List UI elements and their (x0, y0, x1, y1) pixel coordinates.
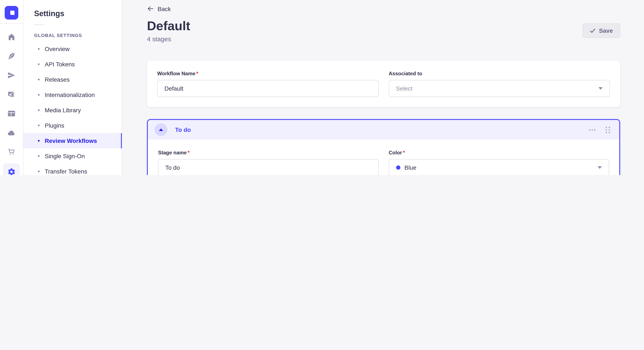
stage-color-select[interactable]: Blue (389, 159, 609, 175)
required-asterisk: * (196, 71, 198, 77)
home-icon[interactable] (7, 33, 16, 41)
marketplace-cart-icon[interactable] (7, 148, 16, 156)
stage-title: To do (175, 126, 191, 133)
sidenav-item-overview[interactable]: Overview (24, 41, 122, 57)
back-arrow-icon (147, 5, 154, 12)
associated-to-field: Associated to Select (389, 71, 610, 97)
stage-color-field: Color* Blue (389, 150, 609, 175)
chevron-up-icon (159, 128, 163, 131)
rail-divider (0, 23, 23, 24)
page-title: Default (147, 18, 190, 34)
media-library-icon[interactable] (7, 90, 16, 99)
releases-icon[interactable] (7, 71, 16, 80)
stage-name-label: Stage name* (158, 150, 378, 156)
workflow-name-input[interactable] (157, 80, 378, 97)
strapi-admin-app: KD Settings GLOBAL SETTINGS Overview API… (0, 0, 644, 175)
settings-sidenav: Settings GLOBAL SETTINGS Overview API To… (24, 0, 122, 175)
content-manager-icon[interactable] (7, 52, 16, 60)
stage-name-field: Stage name* (158, 150, 378, 175)
sidenav-divider (34, 24, 44, 25)
stage-options-menu-icon[interactable] (589, 127, 596, 132)
main-content: Back Default 4 stages Save Workflow Name… (122, 0, 644, 175)
page-header: Default 4 stages Save (147, 18, 620, 42)
content-type-builder-icon[interactable] (7, 109, 16, 118)
strapi-logo-icon (7, 8, 16, 17)
bullet-icon (38, 109, 40, 111)
stage-header-to-do: To do (148, 120, 619, 140)
bullet-icon (38, 125, 40, 126)
stage-actions (589, 127, 610, 133)
sidenav-item-review-workflows[interactable]: Review Workflows (24, 133, 122, 149)
bullet-icon (38, 48, 40, 50)
sidenav-item-plugins[interactable]: Plugins (24, 118, 122, 133)
associated-to-placeholder: Select (396, 85, 412, 92)
stage-color-value: Blue (396, 164, 416, 171)
stages-list: To do Stage name* (147, 119, 620, 175)
chevron-down-icon (598, 87, 603, 90)
required-asterisk: * (188, 150, 190, 156)
check-icon (590, 28, 596, 33)
sidenav-item-releases[interactable]: Releases (24, 72, 122, 87)
sidenav-item-internationalization[interactable]: Internationalization (24, 87, 122, 103)
bullet-icon (38, 171, 40, 172)
sidenav-title: Settings (34, 9, 122, 18)
settings-rail-item[interactable] (3, 163, 20, 175)
back-label: Back (158, 5, 171, 12)
bullet-icon (38, 63, 40, 65)
back-link[interactable]: Back (147, 5, 171, 12)
collapse-stage-button[interactable] (154, 123, 168, 136)
workflow-name-field: Workflow Name* (157, 71, 378, 97)
stage-card-to-do: To do Stage name* (147, 119, 620, 175)
section-label-global-settings: GLOBAL SETTINGS (34, 33, 111, 38)
bullet-icon (38, 140, 40, 142)
rail-icons (3, 33, 20, 175)
color-swatch-icon (396, 166, 400, 170)
bullet-icon (38, 79, 40, 80)
required-asterisk: * (403, 150, 405, 156)
cloud-icon[interactable] (7, 128, 16, 137)
stage-name-input[interactable] (158, 159, 378, 175)
main-nav-rail: KD (0, 0, 24, 175)
stage-color-label: Color* (389, 150, 609, 156)
sidenav-item-media-library[interactable]: Media Library (24, 103, 122, 118)
chevron-down-icon (598, 166, 602, 169)
drag-handle-icon[interactable] (606, 127, 610, 133)
associated-to-label: Associated to (389, 71, 610, 77)
title-block: Default 4 stages (147, 18, 190, 42)
save-button[interactable]: Save (583, 23, 620, 38)
stage-count: 4 stages (147, 35, 190, 42)
bullet-icon (38, 155, 40, 157)
settings-gear-icon (7, 168, 16, 175)
sidenav-item-api-tokens[interactable]: API Tokens (24, 57, 122, 72)
bullet-icon (38, 94, 40, 96)
sidenav-item-single-sign-on[interactable]: Single Sign-On (24, 149, 122, 164)
strapi-logo[interactable] (5, 6, 18, 19)
workflow-name-label: Workflow Name* (157, 71, 378, 77)
sidenav-item-transfer-tokens[interactable]: Transfer Tokens (24, 164, 122, 175)
stage-body-to-do: Stage name* Color* Blue (148, 140, 619, 175)
associated-to-select[interactable]: Select (389, 80, 610, 97)
workflow-attributes-card: Workflow Name* Associated to Select (147, 60, 620, 107)
